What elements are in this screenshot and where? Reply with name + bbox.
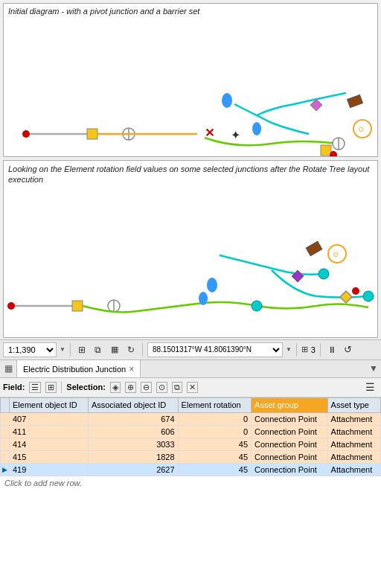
tab-bar: ▦ Electric Distribution Junction × ▼	[0, 360, 381, 378]
select-icon1[interactable]: ◈	[110, 382, 121, 393]
cell-element-object-id: 407	[10, 412, 89, 425]
diagram-canvas-1[interactable]: ✕ ✦ ⊙	[4, 19, 377, 156]
zoom-icon[interactable]: ⊙	[156, 382, 167, 393]
col-asset-group[interactable]: Asset group	[252, 397, 328, 412]
new-row-hint[interactable]: Click to add new row.	[0, 476, 381, 490]
attr-table: Element object ID Associated object ID E…	[0, 397, 381, 476]
select-icon3[interactable]: ⊖	[141, 382, 152, 393]
svg-point-26	[318, 269, 329, 279]
table-row[interactable]: 411 606 0 Connection Point Attachment	[1, 425, 381, 438]
svg-text:✦: ✦	[231, 129, 240, 141]
svg-rect-19	[72, 301, 83, 311]
more-icon[interactable]: ☰	[362, 381, 378, 393]
cell-asset-type: Attachment	[327, 425, 380, 438]
svg-text:⊙: ⊙	[358, 125, 364, 133]
svg-rect-16	[347, 95, 362, 107]
tab-label: Electric Distribution Junction	[23, 365, 126, 374]
svg-rect-12	[321, 145, 331, 156]
svg-point-29	[352, 287, 359, 295]
tab-close-button[interactable]: ×	[129, 364, 134, 374]
svg-marker-28	[340, 291, 352, 303]
cell-associated-object-id: 1828	[88, 450, 178, 463]
cell-asset-type: Attachment	[327, 412, 380, 425]
table-icon-status[interactable]: ▦	[108, 343, 121, 357]
diagram-svg-1: ✕ ✦ ⊙	[4, 19, 377, 156]
cell-element-rotation: 45	[178, 438, 251, 450]
copy-icon[interactable]: ⧉	[172, 382, 182, 393]
table-row[interactable]: ▶ 419 2627 45 Connection Point Attachmen…	[1, 463, 381, 476]
select-icon2[interactable]: ⊕	[125, 382, 136, 393]
pause-icon[interactable]: ⏸	[325, 343, 339, 357]
svg-text:⊙: ⊙	[333, 250, 339, 258]
delete-icon[interactable]: ✕	[187, 382, 198, 393]
cell-element-rotation: 45	[178, 450, 251, 463]
svg-rect-31	[306, 241, 322, 255]
cell-associated-object-id: 2627	[88, 463, 178, 476]
dropdown-icon: ▼	[60, 346, 65, 353]
rotate-icon[interactable]: ↻	[124, 343, 138, 357]
cell-element-object-id: 411	[10, 425, 89, 438]
row-indicator	[1, 450, 10, 463]
field-label: Field:	[3, 383, 25, 392]
svg-marker-30	[292, 270, 304, 282]
attr-toolbar: Field: ☰ ⊞ Selection: ◈ ⊕ ⊖ ⊙ ⧉ ✕ ☰	[0, 378, 381, 397]
diagram-canvas-2[interactable]: ⊙	[4, 188, 377, 337]
feature-icon: ⊞	[301, 345, 308, 354]
svg-rect-1	[87, 129, 97, 139]
svg-point-25	[252, 301, 262, 311]
cell-associated-object-id: 674	[88, 412, 178, 425]
field-icon1[interactable]: ☰	[29, 382, 41, 393]
status-bar-separator-4	[320, 343, 321, 357]
tab-overflow-icon[interactable]: ▼	[369, 363, 381, 374]
status-bar-separator-2	[142, 343, 143, 357]
row-indicator: ▶	[1, 463, 10, 476]
col-indicator	[1, 397, 10, 412]
coord-select[interactable]: 88.1501317°W 41.8061390°N	[147, 342, 283, 357]
row-indicator	[1, 412, 10, 425]
cell-asset-group: Connection Point	[252, 463, 328, 476]
layer-icon[interactable]: ⧉	[92, 343, 105, 357]
cell-element-object-id: 414	[10, 438, 89, 450]
toolbar-separator-1	[61, 381, 62, 393]
coord-dropdown-icon: ▼	[286, 346, 292, 353]
selection-label: Selection:	[66, 383, 106, 392]
status-bar: 1:1,390 ▼ ⊞ ⧉ ▦ ↻ 88.1501317°W 41.806139…	[0, 339, 381, 360]
status-bar-separator-1	[70, 343, 71, 357]
svg-point-24	[199, 292, 208, 305]
cell-asset-group: Connection Point	[252, 438, 328, 450]
col-element-object-id[interactable]: Element object ID	[10, 397, 89, 412]
diagram-title-2: Looking on the Element rotation field va…	[4, 161, 377, 188]
table-row[interactable]: 407 674 0 Connection Point Attachment	[1, 412, 381, 425]
svg-point-8	[222, 93, 232, 108]
nav-grid-icon[interactable]: ⊞	[75, 343, 89, 357]
svg-point-17	[252, 122, 261, 135]
cell-asset-type: Attachment	[327, 450, 380, 463]
cell-element-object-id: 415	[10, 450, 89, 463]
cell-element-object-id: 419	[10, 463, 89, 476]
svg-point-23	[207, 278, 217, 293]
scale-select[interactable]: 1:1,390	[3, 342, 57, 357]
row-indicator	[1, 425, 10, 438]
diagram-title-1: Initial diagram - with a pivot junction …	[4, 4, 377, 19]
cell-element-rotation: 0	[178, 412, 251, 425]
tab-item[interactable]: Electric Distribution Junction ×	[16, 359, 141, 377]
field-icon2[interactable]: ⊞	[45, 382, 57, 393]
col-asset-type[interactable]: Asset type	[327, 397, 380, 412]
tab-grid-icon: ▦	[0, 359, 16, 377]
refresh-icon[interactable]: ↺	[342, 343, 355, 357]
cell-asset-type: Attachment	[327, 463, 380, 476]
diagram-panel-1: Initial diagram - with a pivot junction …	[3, 3, 378, 157]
cell-associated-object-id: 3033	[88, 438, 178, 450]
table-row[interactable]: 414 3033 45 Connection Point Attachment	[1, 438, 381, 450]
cell-associated-object-id: 606	[88, 425, 178, 438]
col-element-rotation[interactable]: Element rotation	[178, 397, 251, 412]
col-associated-object-id[interactable]: Associated object ID	[88, 397, 178, 412]
cell-asset-group: Connection Point	[252, 425, 328, 438]
svg-point-22	[7, 302, 15, 310]
cell-asset-group: Connection Point	[252, 412, 328, 425]
cell-asset-type: Attachment	[327, 438, 380, 450]
table-row[interactable]: 415 1828 45 Connection Point Attachment	[1, 450, 381, 463]
diagram-svg-2: ⊙	[4, 188, 377, 337]
svg-point-5	[22, 130, 30, 138]
status-bar-separator-3	[296, 343, 297, 357]
